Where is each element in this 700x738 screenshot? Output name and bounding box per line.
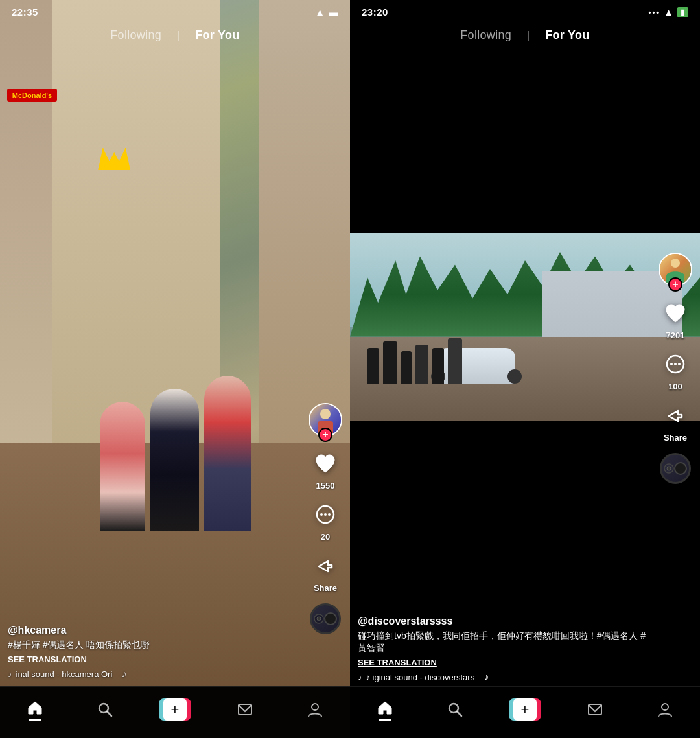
search-icon-left[interactable] [96,700,114,719]
left-caption: #楊千嬅 #偶遇名人 唔知係拍緊乜嘢 [8,639,305,652]
left-side-actions: + 1550 20 [309,403,342,634]
right-follow-plus[interactable]: + [668,277,682,292]
right-music-note2: ♪ [484,671,489,683]
person-3 [204,376,251,531]
nav-divider-right: | [527,30,530,41]
svg-point-20 [667,467,671,470]
people-area [18,200,332,532]
right-share-button[interactable]: Share [661,402,690,443]
tab-following-left[interactable]: Following [110,29,161,42]
right-avatar-wrap[interactable]: + [659,253,692,286]
right-username: @discoverstarssss [358,616,655,627]
right-share-icon[interactable] [661,402,690,430]
add-button-right[interactable]: + [509,698,541,721]
right-heart-icon[interactable] [661,299,690,328]
left-status-icons: ▲ ▬ [315,6,338,17]
right-bottom-nav: + [350,686,700,738]
svg-point-12 [312,704,318,710]
nav-add-left[interactable]: + [156,698,194,721]
svg-rect-23 [589,704,601,715]
right-nav-tabs[interactable]: Following | For You [350,23,700,47]
left-follow-plus[interactable]: + [318,428,332,442]
nav-inbox-left[interactable] [226,700,264,719]
left-comment-icon[interactable] [311,501,340,529]
right-phone: 23:20 ••• ▲ ▮ Following | For You [350,0,700,738]
profile-icon-left[interactable] [306,700,324,719]
nav-profile-left[interactable] [296,700,334,719]
rv-person-4 [432,348,444,384]
svg-point-6 [328,513,331,516]
right-time: 23:20 [362,6,388,17]
right-wifi-icon: ▲ [664,6,673,17]
right-video [350,233,700,421]
tab-for-you-left[interactable]: For You [195,29,239,42]
right-battery-icon: ▮ [677,7,688,17]
tab-for-you-right[interactable]: For You [545,29,589,42]
right-like-count: 7201 [666,330,685,340]
right-comment-button[interactable]: 100 [661,351,690,391]
right-music-disc [660,453,691,484]
right-status-icons: ••• ▲ ▮ [649,6,688,17]
right-side-actions: + 7201 100 [659,253,692,484]
nav-search-left[interactable] [86,700,124,719]
left-comment-button[interactable]: 20 [311,501,340,542]
rv-camera-tripod [415,345,428,384]
svg-point-1 [320,409,331,419]
svg-line-22 [457,711,461,716]
left-avatar-wrap[interactable]: + [309,403,342,437]
nav-add-right[interactable]: + [506,698,544,721]
left-heart-icon[interactable] [311,450,340,478]
left-bottom-nav: + [0,686,350,738]
right-status-bar: 23:20 ••• ▲ ▮ [350,0,700,20]
nav-search-right[interactable] [436,700,474,719]
left-share-icon[interactable] [311,552,340,581]
svg-rect-11 [239,704,251,715]
inbox-icon-right[interactable] [586,700,604,719]
right-music-info: ♪ ♪ iginal sound - discoverstars ♪ [358,671,655,683]
home-underline-right [379,719,391,721]
home-icon-right[interactable] [376,698,394,717]
svg-point-18 [678,363,681,365]
nav-profile-right[interactable] [646,700,684,719]
left-nav-tabs[interactable]: Following | For You [0,23,350,47]
svg-point-17 [674,363,677,365]
left-like-button[interactable]: 1550 [311,450,340,490]
rv-person-3 [401,351,412,384]
left-music-note: ♪ [8,669,12,679]
svg-point-24 [662,704,668,710]
svg-point-16 [670,363,673,365]
signal-dots-icon: ••• [649,8,660,16]
nav-home-right[interactable] [366,698,404,721]
tab-following-right[interactable]: Following [460,29,511,42]
add-button-left[interactable]: + [159,698,191,721]
right-bottom-text: @discoverstarssss 碰巧撞到tvb拍緊戲，我同佢招手，佢仲好有禮… [358,616,655,683]
search-icon-right[interactable] [446,700,464,719]
right-caption: 碰巧撞到tvb拍緊戲，我同佢招手，佢仲好有禮貌咁回我啦！#偶遇名人 #黃智賢 [358,630,655,655]
right-see-translation[interactable]: SEE TRANSLATION [358,658,655,667]
left-music-info: ♪ inal sound - hkcamera Ori ♪ [8,668,305,680]
nav-divider-left: | [177,30,180,41]
rv-person-5 [448,338,462,384]
rv-people [368,338,462,384]
left-username: @hkcamera [8,625,305,636]
person-2 [150,389,199,531]
inbox-icon-left[interactable] [236,700,254,719]
left-time: 22:35 [12,6,38,17]
wifi-icon: ▲ [315,6,325,17]
plus-white-left: + [163,698,187,721]
right-share-label: Share [664,433,687,443]
left-see-translation[interactable]: SEE TRANSLATION [8,654,305,664]
left-music-note2: ♪ [121,668,126,680]
nav-home-left[interactable] [16,698,54,721]
home-icon-left[interactable] [26,698,44,717]
right-video-scene [350,233,700,421]
right-like-button[interactable]: 7201 [661,299,690,340]
left-phone: McDonald's 22:35 ▲ ▬ Following | For You [0,0,350,738]
mcdonalds-sign: McDonald's [7,89,57,102]
left-share-button[interactable]: Share [311,552,340,593]
left-status-bar: 22:35 ▲ ▬ [0,0,350,20]
nav-inbox-right[interactable] [576,700,614,719]
profile-icon-right[interactable] [656,700,674,719]
right-music-text: ♪ iginal sound - discoverstars [366,673,475,682]
right-comment-icon[interactable] [661,351,690,379]
